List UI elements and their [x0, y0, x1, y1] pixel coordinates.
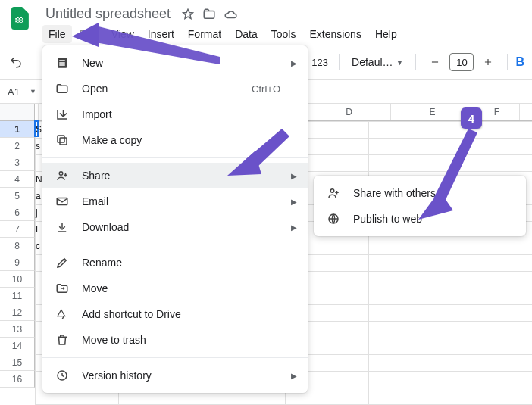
row-header[interactable]: 12: [0, 304, 35, 321]
menu-share[interactable]: Share ▶: [42, 163, 308, 188]
move-icon: [55, 281, 70, 296]
row-header[interactable]: 16: [0, 371, 35, 388]
row-header[interactable]: 7: [0, 221, 35, 238]
menu-make-copy[interactable]: Make a copy: [42, 127, 308, 153]
menu-edit[interactable]: Edit: [74, 25, 104, 43]
import-icon: [55, 107, 70, 122]
row-header[interactable]: 6: [0, 204, 35, 221]
menu-download[interactable]: Download ▶: [42, 214, 308, 240]
font-size-input[interactable]: 10: [449, 53, 474, 71]
folder-open-icon: [55, 81, 70, 96]
row-header[interactable]: 10: [0, 271, 35, 288]
new-sheet-icon: [55, 55, 70, 70]
svg-rect-0: [204, 11, 214, 18]
menu-rename[interactable]: Rename: [42, 250, 308, 276]
menu-import-label: Import: [82, 108, 112, 120]
menu-new-label: New: [82, 57, 103, 69]
annotation-badge-4: 4: [461, 107, 482, 129]
menu-tools[interactable]: Tools: [265, 25, 302, 43]
cloud-status-icon[interactable]: [224, 8, 237, 21]
row-header[interactable]: 15: [0, 354, 35, 371]
menu-rename-label: Rename: [82, 257, 122, 269]
menu-open[interactable]: Open Ctrl+O: [42, 76, 308, 101]
font-size-decrease[interactable]: [424, 51, 446, 73]
menu-add-shortcut[interactable]: Add shortcut to Drive: [42, 301, 308, 327]
menu-view[interactable]: View: [105, 25, 140, 43]
star-icon[interactable]: [181, 8, 195, 21]
menu-publish-label: Publish to web: [353, 213, 422, 225]
svg-rect-5: [60, 138, 67, 145]
row-header[interactable]: 9: [0, 254, 35, 271]
undo-button[interactable]: [5, 51, 27, 73]
menu-share-others[interactable]: Share with others: [314, 180, 526, 206]
submenu-arrow-icon: ▶: [291, 172, 297, 180]
trash-icon: [55, 332, 70, 347]
submenu-arrow-icon: ▶: [291, 223, 297, 232]
menu-download-label: Download: [82, 221, 129, 233]
menu-email[interactable]: Email ▶: [42, 188, 308, 214]
menu-separator: [42, 157, 308, 158]
menu-insert[interactable]: Insert: [142, 25, 180, 43]
row-header[interactable]: 13: [0, 321, 35, 338]
move-to-drive-icon[interactable]: [202, 8, 216, 21]
font-size-increase[interactable]: [477, 51, 499, 73]
person-add-icon: [55, 168, 70, 183]
menu-shortcut-label: Add shortcut to Drive: [82, 308, 181, 320]
row-header[interactable]: 8: [0, 238, 35, 254]
format-123-button[interactable]: 123: [308, 57, 331, 68]
menu-trash[interactable]: Move to trash: [42, 327, 308, 353]
menu-publish-web[interactable]: Publish to web: [314, 206, 526, 232]
font-name: Defaul…: [352, 56, 393, 68]
row-header[interactable]: 4: [0, 171, 35, 188]
menu-help[interactable]: Help: [369, 25, 403, 43]
svg-rect-6: [58, 136, 64, 142]
menu-format[interactable]: Format: [182, 25, 227, 43]
select-all-corner[interactable]: [0, 104, 35, 120]
sheets-logo[interactable]: [6, 5, 36, 35]
submenu-arrow-icon: ▶: [291, 198, 297, 206]
menu-separator: [42, 245, 308, 245]
row-header[interactable]: 1: [0, 121, 35, 138]
download-icon: [55, 220, 70, 235]
menu-file[interactable]: File: [42, 25, 72, 43]
share-submenu-panel: Share with others Publish to web: [314, 176, 526, 236]
chevron-down-icon: ▼: [396, 58, 404, 67]
separator: [507, 54, 508, 70]
menu-new[interactable]: New ▶: [42, 50, 308, 76]
menu-move[interactable]: Move: [42, 276, 308, 301]
separator: [415, 54, 416, 70]
row-header[interactable]: 5: [0, 188, 35, 204]
chevron-down-icon: ▼: [30, 88, 36, 95]
menu-separator: [42, 357, 308, 358]
copy-icon: [55, 132, 70, 148]
rename-icon: [55, 255, 70, 270]
row-header[interactable]: 14: [0, 338, 35, 354]
col-header[interactable]: D: [308, 104, 391, 120]
history-icon: [55, 368, 70, 383]
doc-title[interactable]: Untitled spreadsheet: [42, 5, 174, 23]
svg-rect-2: [59, 60, 65, 61]
menu-open-shortcut: Ctrl+O: [252, 83, 280, 95]
svg-rect-4: [59, 64, 65, 66]
menu-version-label: Version history: [82, 369, 152, 382]
menu-email-label: Email: [82, 195, 108, 207]
bold-button[interactable]: B: [515, 55, 524, 69]
menu-extensions[interactable]: Extensions: [303, 25, 367, 43]
menu-share-label: Share: [82, 170, 110, 182]
file-menu-panel: New ▶ Open Ctrl+O Import Make a copy Sha…: [42, 45, 308, 393]
svg-rect-3: [59, 62, 65, 64]
menu-version-history[interactable]: Version history ▶: [42, 363, 308, 388]
menubar: File Edit View Insert Format Data Tools …: [42, 23, 403, 45]
row-header[interactable]: 11: [0, 288, 35, 304]
font-select[interactable]: Defaul… ▼: [347, 51, 408, 73]
menu-import[interactable]: Import: [42, 101, 308, 127]
svg-point-10: [330, 189, 334, 193]
row-header[interactable]: 2: [0, 138, 35, 154]
drive-shortcut-icon: [55, 307, 70, 322]
svg-point-7: [59, 172, 63, 176]
name-box[interactable]: A1 ▼: [5, 83, 39, 100]
submenu-arrow-icon: ▶: [291, 59, 297, 67]
row-header[interactable]: 3: [0, 154, 35, 171]
menu-data[interactable]: Data: [229, 25, 264, 43]
menu-share-others-label: Share with others: [353, 187, 436, 199]
